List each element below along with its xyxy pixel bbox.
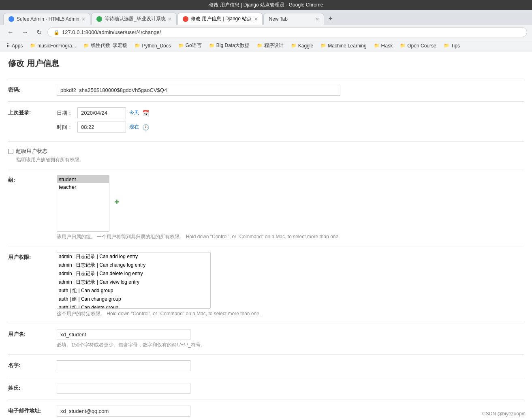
- superuser-checkbox[interactable]: [8, 149, 13, 154]
- perm-delete-group[interactable]: auth | 组 | Can delete group: [57, 304, 210, 309]
- folder-icon-opencourse: 📁: [400, 43, 406, 48]
- firstname-field: [57, 360, 524, 371]
- bookmark-linear-label: 线性代数_李宏毅: [91, 42, 128, 49]
- perm-view-log[interactable]: admin | 日志记录 | Can view log entry: [57, 278, 210, 286]
- perm-add-group[interactable]: auth | 组 | Can add group: [57, 286, 210, 295]
- bookmark-ml[interactable]: 📁 Machine Learning: [317, 42, 370, 49]
- firstname-row: 名字:: [8, 354, 524, 377]
- username-help: 必填。150个字符或者更少。包含字母，数字和仅有的@/./+/-/_符号。: [57, 342, 524, 348]
- perm-delete-log[interactable]: admin | 日志记录 | Can delete log entry: [57, 269, 210, 278]
- superuser-label[interactable]: 超级用户状态: [8, 148, 47, 155]
- username-row: 用户名: 必填。150个字符或者更少。包含字母，数字和仅有的@/./+/-/_符…: [8, 323, 524, 354]
- username-input[interactable]: [57, 329, 190, 340]
- tab-close-django[interactable]: ×: [254, 16, 257, 22]
- bookmark-go-label: Go语言: [186, 42, 202, 49]
- today-link[interactable]: 今天: [129, 109, 139, 116]
- folder-icon-kaggle: 📁: [291, 43, 297, 48]
- address-bar[interactable]: 🔒 127.0.0.1:8000/admin/user/user/4/chang…: [47, 27, 527, 37]
- page-content: 修改 用户信息 密码: 上次登录: 日期： 今天 📅 时间： 现在 🕐: [0, 51, 532, 419]
- bookmark-kaggle-label: Kaggle: [298, 43, 313, 49]
- perm-change-log[interactable]: admin | 日志记录 | Can change log entry: [57, 261, 210, 269]
- permissions-select[interactable]: admin | 日志记录 | Can add log entry admin |…: [57, 252, 211, 309]
- back-button[interactable]: ←: [5, 28, 16, 37]
- email-field: [57, 406, 524, 417]
- bookmark-programming-label: 程序设计: [264, 42, 284, 49]
- groups-row: 组: student teacher + 该用户归属的组。 一个用户将得到其归属…: [8, 169, 524, 246]
- folder-icon-ml: 📁: [320, 43, 326, 48]
- reload-button[interactable]: ↻: [34, 28, 44, 37]
- calendar-icon[interactable]: 📅: [142, 110, 149, 116]
- group-option-student[interactable]: student: [57, 175, 109, 183]
- footer: CSDN @biyezuopin: [476, 408, 532, 419]
- clock-icon[interactable]: 🕐: [142, 124, 149, 130]
- browser-tabs: Sufee Admin - HTML5 Admin × 等待确认选题_毕业设计系…: [0, 10, 532, 25]
- bookmark-python-label: Python_Docs: [142, 43, 171, 49]
- bookmark-python[interactable]: 📁 Python_Docs: [131, 42, 174, 49]
- tab-label-sufee: Sufee Admin - HTML5 Admin: [17, 16, 79, 22]
- bookmark-music[interactable]: 📁 musicForProgra...: [27, 42, 79, 49]
- add-group-button[interactable]: +: [113, 195, 121, 209]
- bookmark-tips[interactable]: 📁 Tips: [440, 42, 463, 49]
- browser-toolbar: ← → ↻ 🔒 127.0.0.1:8000/admin/user/user/4…: [0, 25, 532, 40]
- password-label: 密码:: [8, 85, 57, 94]
- tab-django[interactable]: 修改 用户信息 | Django 站点 ×: [177, 13, 263, 25]
- group-option-teacher[interactable]: teacher: [57, 183, 109, 191]
- tab-close-sufee[interactable]: ×: [82, 16, 85, 22]
- lastname-field: [57, 383, 524, 394]
- tab-label-graduation: 等待确认选题_毕业设计系统: [105, 15, 166, 22]
- lastname-row: 姓氏:: [8, 377, 524, 400]
- tab-icon-django: [183, 16, 188, 22]
- new-tab-button[interactable]: +: [325, 13, 336, 25]
- perm-add-log[interactable]: admin | 日志记录 | Can add log entry: [57, 252, 210, 261]
- bookmark-apps[interactable]: ⠿ Apps: [3, 42, 26, 49]
- last-login-row: 上次登录: 日期： 今天 📅 时间： 现在 🕐: [8, 101, 524, 141]
- bookmark-linear-algebra[interactable]: 📁 线性代数_李宏毅: [80, 41, 131, 50]
- lastname-label: 姓氏:: [8, 383, 57, 392]
- folder-icon-bigdata: 📁: [209, 43, 215, 48]
- date-input[interactable]: [77, 107, 126, 118]
- groups-field: student teacher + 该用户归属的组。 一个用户将得到其归属的组的…: [57, 175, 524, 240]
- apps-grid-icon: ⠿: [6, 43, 10, 49]
- bookmark-music-label: musicForProgra...: [37, 43, 76, 49]
- folder-icon-python: 📁: [135, 43, 140, 48]
- password-row: 密码:: [8, 79, 524, 101]
- tab-close-newtab[interactable]: ×: [316, 16, 319, 22]
- last-login-label: 上次登录:: [8, 107, 57, 116]
- bookmark-kaggle[interactable]: 📁 Kaggle: [288, 42, 316, 49]
- bookmark-flask-label: Flask: [381, 43, 393, 49]
- forward-button[interactable]: →: [19, 28, 31, 37]
- email-row: 电子邮件地址:: [8, 400, 524, 419]
- tab-label-django: 修改 用户信息 | Django 站点: [191, 15, 252, 22]
- time-input[interactable]: [77, 122, 126, 133]
- firstname-label: 名字:: [8, 360, 57, 369]
- bookmark-programming[interactable]: 📁 程序设计: [254, 41, 287, 50]
- bookmark-bigdata[interactable]: 📁 Big Data大数据: [206, 41, 253, 50]
- tab-label-newtab: New Tab: [269, 16, 287, 22]
- firstname-input[interactable]: [57, 360, 190, 371]
- last-login-field: 日期： 今天 📅 时间： 现在 🕐: [57, 107, 524, 136]
- perm-change-group[interactable]: auth | 组 | Can change group: [57, 295, 210, 304]
- folder-icon-go: 📁: [178, 43, 184, 48]
- groups-select[interactable]: student teacher: [57, 175, 109, 232]
- username-label: 用户名:: [8, 329, 57, 338]
- tab-close-graduation[interactable]: ×: [168, 16, 171, 22]
- tab-icon-sufee: [9, 16, 14, 22]
- username-field: 必填。150个字符或者更少。包含字母，数字和仅有的@/./+/-/_符号。: [57, 329, 524, 348]
- bookmark-ml-label: Machine Learning: [328, 43, 366, 49]
- folder-icon-linear: 📁: [83, 43, 89, 48]
- bookmarks-bar: ⠿ Apps 📁 musicForProgra... 📁 线性代数_李宏毅 📁 …: [0, 40, 532, 51]
- tab-sufee[interactable]: Sufee Admin - HTML5 Admin ×: [3, 13, 90, 25]
- tab-graduation[interactable]: 等待确认选题_毕业设计系统 ×: [91, 13, 177, 25]
- address-text: 127.0.0.1:8000/admin/user/user/4/change/: [62, 29, 161, 35]
- tab-newtab[interactable]: New Tab ×: [263, 13, 324, 25]
- bookmark-go[interactable]: 📁 Go语言: [175, 41, 205, 50]
- bookmark-flask[interactable]: 📁 Flask: [371, 42, 396, 49]
- lastname-input[interactable]: [57, 383, 190, 394]
- groups-help: 该用户归属的组。 一个用户将得到其归属的组的所有权限。 Hold down "C…: [57, 233, 524, 240]
- now-link[interactable]: 现在: [129, 124, 139, 130]
- superuser-row: 超级用户状态 指明该用户缺省拥有所有权限。: [8, 141, 524, 169]
- email-input[interactable]: [57, 406, 190, 417]
- bookmark-opencourse[interactable]: 📁 Open Course: [397, 42, 439, 49]
- folder-icon-tips: 📁: [444, 43, 449, 48]
- password-input[interactable]: [57, 85, 340, 96]
